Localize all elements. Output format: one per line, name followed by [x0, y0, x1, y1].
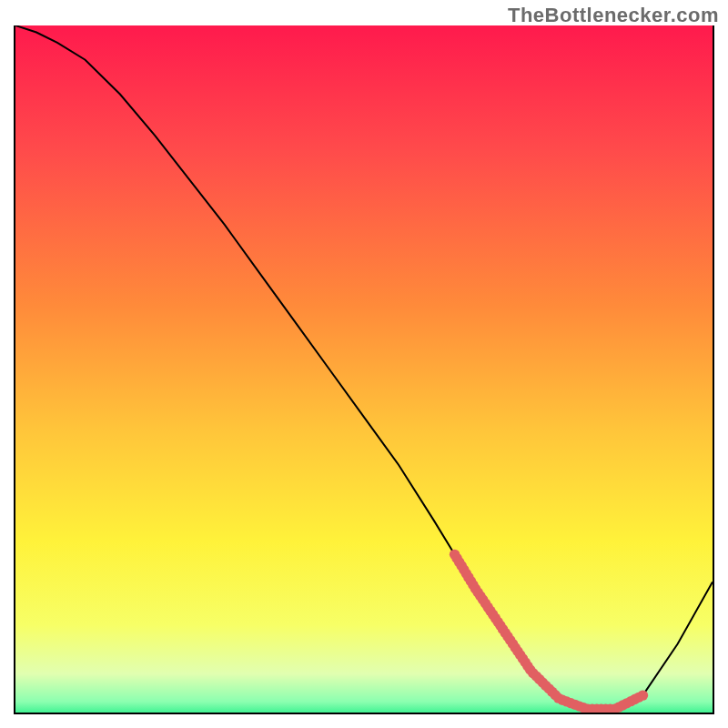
main-curve-line [15, 25, 713, 709]
attribution-label: TheBottlenecker.com [508, 4, 719, 27]
chart-canvas: TheBottlenecker.com [0, 0, 728, 728]
highlight-dot [638, 690, 648, 700]
chart-curve [15, 25, 713, 713]
y-axis-left [14, 25, 15, 714]
plot-area [15, 25, 713, 713]
highlight-dot-band [450, 550, 648, 713]
x-axis [15, 713, 713, 714]
y-axis-right [713, 25, 714, 714]
